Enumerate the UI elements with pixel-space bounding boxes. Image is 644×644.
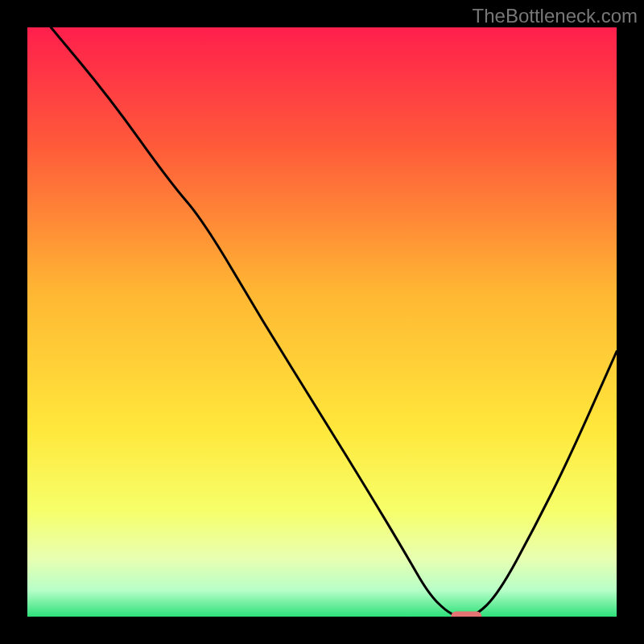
optimal-marker [451,611,481,621]
watermark: TheBottleneck.com [473,5,638,27]
plot-background [27,27,617,617]
chart-container: TheBottleneck.com [0,0,644,644]
bottleneck-chart [0,0,644,644]
